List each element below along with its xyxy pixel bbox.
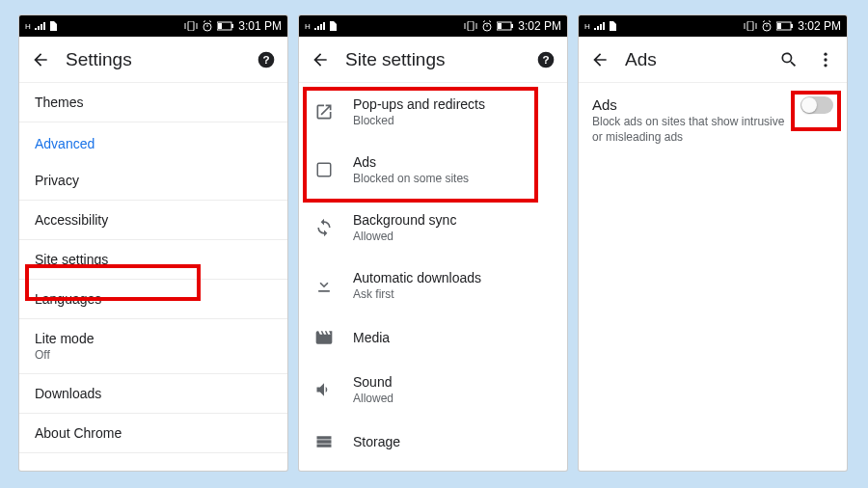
storage-icon — [314, 432, 334, 451]
settings-item-lite-mode[interactable]: Lite modeOff — [19, 319, 287, 374]
back-button[interactable] — [29, 48, 52, 71]
svg-rect-33 — [791, 24, 793, 28]
alarm-icon — [481, 20, 493, 32]
ads-title: Ads — [592, 96, 789, 113]
battery-icon — [497, 21, 514, 31]
network-type-icon: H — [584, 22, 590, 31]
clock-time: 3:02 PM — [518, 19, 561, 33]
sync-icon — [314, 218, 334, 237]
svg-line-17 — [483, 21, 485, 23]
help-button[interactable]: ? — [534, 48, 557, 71]
status-bar: H 3:02 PM — [299, 15, 567, 37]
svg-line-31 — [769, 21, 771, 23]
status-bar: H 3:01 PM — [19, 15, 287, 37]
app-bar: Ads — [579, 37, 847, 83]
ads-toggle-row[interactable]: Ads Block ads on sites that show intrusi… — [579, 83, 847, 158]
status-bar: H 3:02 PM — [579, 15, 847, 37]
alarm-icon — [202, 20, 213, 32]
phone-ads: H 3:02 PM Ads Ads Block ads on sites tha… — [579, 15, 847, 471]
svg-rect-0 — [188, 21, 194, 31]
settings-item-accessibility[interactable]: Accessibility — [19, 201, 287, 240]
download-icon — [314, 276, 334, 295]
clock-time: 3:01 PM — [238, 19, 282, 33]
svg-rect-20 — [511, 24, 513, 28]
svg-rect-12 — [468, 21, 474, 31]
app-bar: Site settings ? — [299, 37, 567, 83]
settings-item-downloads[interactable]: Downloads — [19, 374, 287, 414]
app-bar: Settings ? — [19, 37, 287, 83]
settings-item-privacy[interactable]: Privacy — [19, 161, 287, 201]
settings-item-about-chrome[interactable]: About Chrome — [19, 414, 287, 453]
signal-icon — [314, 22, 325, 30]
svg-line-6 — [209, 21, 211, 23]
svg-rect-21 — [498, 23, 502, 29]
svg-point-37 — [824, 64, 827, 67]
vibrate-icon — [744, 21, 757, 31]
media-icon — [314, 328, 334, 347]
overflow-menu-button[interactable] — [814, 48, 837, 71]
help-button[interactable]: ? — [255, 48, 278, 71]
svg-line-30 — [763, 21, 765, 23]
signal-icon — [35, 22, 45, 30]
settings-item-themes[interactable]: Themes — [19, 83, 287, 122]
popup-icon — [314, 102, 334, 122]
site-item-media[interactable]: Media — [299, 314, 567, 361]
vibrate-icon — [184, 21, 198, 31]
ads-description: Block ads on sites that show intrusive o… — [592, 115, 789, 145]
site-item-popups[interactable]: Pop-ups and redirectsBlocked — [299, 83, 567, 141]
settings-item-site-settings[interactable]: Site settings — [19, 240, 287, 280]
svg-rect-9 — [218, 23, 222, 29]
network-type-icon: H — [305, 22, 311, 31]
signal-icon — [594, 22, 605, 30]
svg-rect-24 — [317, 163, 331, 176]
alarm-icon — [761, 20, 773, 32]
search-button[interactable] — [777, 48, 800, 71]
battery-icon — [776, 21, 794, 31]
site-item-ads[interactable]: AdsBlocked on some sites — [299, 141, 567, 199]
svg-point-35 — [824, 52, 827, 55]
network-type-icon: H — [25, 22, 31, 31]
page-title: Settings — [66, 49, 241, 70]
clock-time: 3:02 PM — [798, 19, 841, 33]
svg-rect-34 — [777, 23, 781, 29]
sim-icon — [609, 21, 616, 31]
ads-toggle[interactable] — [800, 96, 833, 114]
back-button[interactable] — [309, 48, 332, 71]
sim-icon — [329, 21, 337, 31]
sim-icon — [49, 21, 57, 31]
svg-line-5 — [203, 21, 205, 23]
ads-icon — [315, 161, 333, 178]
site-settings-list: Pop-ups and redirectsBlocked AdsBlocked … — [299, 83, 567, 471]
back-button[interactable] — [588, 48, 611, 71]
svg-text:?: ? — [262, 53, 269, 66]
settings-item-languages[interactable]: Languages — [19, 280, 287, 319]
site-item-sound[interactable]: SoundAllowed — [299, 361, 567, 419]
svg-point-36 — [824, 58, 827, 61]
svg-text:?: ? — [542, 53, 549, 66]
section-label-advanced: Advanced — [19, 122, 287, 161]
site-item-storage[interactable]: Storage — [299, 419, 567, 465]
svg-rect-25 — [747, 21, 753, 31]
settings-list: Themes Advanced Privacy Accessibility Si… — [19, 83, 287, 471]
ads-content: Ads Block ads on sites that show intrusi… — [579, 83, 847, 471]
sound-icon — [314, 380, 334, 399]
svg-rect-8 — [231, 24, 233, 28]
site-item-automatic-downloads[interactable]: Automatic downloadsAsk first — [299, 257, 567, 314]
phone-settings: H 3:01 PM Settings ? Themes Advanced Pri… — [19, 15, 287, 471]
svg-line-18 — [489, 21, 491, 23]
phone-site-settings: H 3:02 PM Site settings ? Pop-ups and re… — [299, 15, 567, 471]
vibrate-icon — [464, 21, 477, 31]
battery-icon — [217, 21, 234, 31]
page-title: Ads — [625, 49, 764, 70]
page-title: Site settings — [345, 49, 521, 70]
site-item-background-sync[interactable]: Background syncAllowed — [299, 199, 567, 257]
